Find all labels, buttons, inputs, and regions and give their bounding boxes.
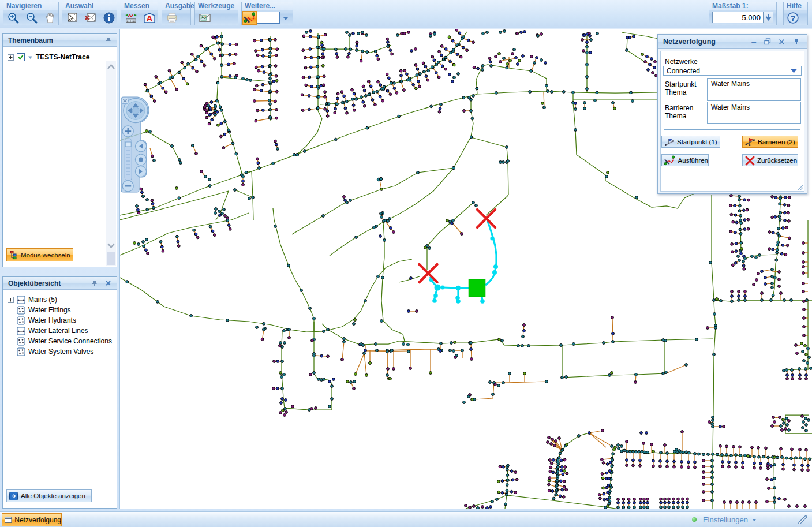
svg-text:A: A	[147, 13, 153, 23]
svg-text:?: ?	[791, 13, 796, 23]
